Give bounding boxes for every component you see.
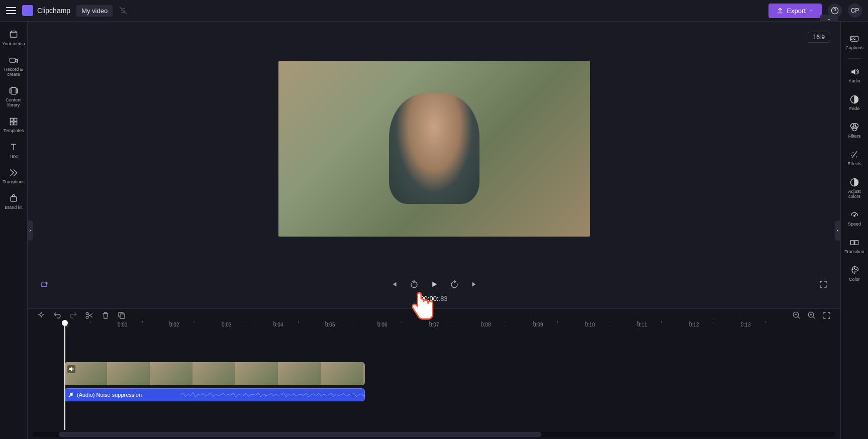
right-sidebar: ‹ Captions Audio Fade Filters Effects Ad…	[840, 22, 868, 439]
sidebar-item-label: Brand kit	[5, 205, 23, 210]
auto-compose-button[interactable]	[40, 280, 49, 289]
copy-icon	[117, 311, 126, 320]
scissors-icon	[85, 311, 94, 320]
sidebar-item-templates[interactable]: Templates	[1, 113, 26, 137]
sidebar-item-your-media[interactable]: Your media	[1, 26, 26, 50]
right-item-adjust-colors[interactable]: Adjust colors	[842, 172, 867, 204]
skip-to-end-button[interactable]	[470, 280, 479, 289]
seek-backward-button[interactable]	[410, 280, 419, 289]
aspect-ratio-selector[interactable]: 16:9	[808, 32, 830, 43]
seek-forward-icon	[450, 280, 459, 289]
preview-area: 16:9	[28, 22, 840, 276]
playhead[interactable]	[64, 322, 65, 430]
user-avatar[interactable]: CP	[848, 4, 862, 18]
sync-off-icon[interactable]	[119, 6, 128, 15]
zoom-controls	[792, 311, 831, 320]
ruler-tick: 0:01	[118, 322, 127, 327]
right-item-label: Effects	[847, 161, 861, 166]
sidebar-item-label: Text	[10, 154, 18, 159]
redo-button[interactable]	[69, 311, 78, 320]
right-sidebar-collapse-handle[interactable]: ‹	[835, 221, 841, 241]
skip-end-icon	[470, 280, 479, 289]
sidebar-item-transitions[interactable]: Transitions	[1, 164, 26, 188]
ruler-tick: 0:04	[273, 322, 283, 327]
fade-icon	[849, 94, 859, 104]
timeline-ruler[interactable]: 0 0:01 0:02 0:03 0:04 0:05 0:06 0:07	[28, 322, 840, 332]
svg-rect-6	[10, 118, 13, 121]
right-item-filters[interactable]: Filters	[842, 117, 867, 144]
color-icon	[849, 265, 859, 275]
waveform-icon	[180, 391, 365, 398]
zoom-in-button[interactable]	[807, 311, 816, 320]
app-name: Clipchamp	[37, 7, 70, 15]
timeline-tracks[interactable]: 0 0:01 0:02 0:03 0:04 0:05 0:06 0:07	[28, 322, 840, 430]
svg-rect-4	[10, 89, 12, 93]
audio-icon	[849, 67, 859, 77]
fullscreen-button[interactable]	[819, 280, 828, 289]
text-icon	[9, 142, 19, 152]
svg-rect-17	[851, 36, 858, 41]
clipchamp-logo-icon	[22, 5, 33, 16]
right-item-fade[interactable]: Fade	[842, 89, 867, 116]
zoom-out-button[interactable]	[792, 311, 801, 320]
copy-button[interactable]	[117, 311, 126, 320]
library-icon	[9, 86, 19, 96]
export-button[interactable]: Export	[768, 4, 822, 18]
right-item-transition[interactable]: Transition	[842, 233, 867, 259]
svg-point-26	[852, 269, 853, 270]
right-item-label: Filters	[848, 134, 861, 139]
right-item-effects[interactable]: Effects	[842, 145, 867, 171]
play-button[interactable]	[430, 280, 439, 289]
video-clip[interactable]	[64, 362, 365, 385]
captions-icon	[849, 34, 859, 44]
svg-rect-25	[855, 241, 858, 245]
video-title-input[interactable]: My video	[76, 5, 113, 17]
timeline-scrollbar[interactable]	[33, 432, 835, 437]
svg-rect-7	[14, 118, 17, 121]
sidebar-item-label: Transitions	[3, 179, 25, 184]
timeline-panel: 0 0:01 0:02 0:03 0:04 0:05 0:06 0:07	[28, 308, 840, 439]
video-preview-canvas[interactable]	[278, 61, 590, 237]
auto-enhance-button[interactable]	[37, 311, 46, 320]
right-item-captions[interactable]: Captions	[842, 29, 867, 55]
sidebar-item-brand-kit[interactable]: Brand kit	[1, 189, 26, 214]
sidebar-item-content-library[interactable]: Content library	[1, 82, 26, 112]
app-logo[interactable]: Clipchamp	[22, 5, 70, 16]
play-icon	[430, 280, 439, 289]
sidebar-item-label: Templates	[3, 128, 24, 133]
sidebar-item-text[interactable]: Text	[1, 138, 26, 163]
right-item-color[interactable]: Color	[842, 260, 867, 287]
right-item-label: Transition	[844, 249, 864, 254]
ruler-tick: 0:02	[169, 322, 179, 327]
zoom-fit-icon	[822, 311, 831, 320]
ruler-tick: 0:09	[533, 322, 543, 327]
right-item-speed[interactable]: Speed	[842, 205, 867, 232]
zoom-fit-button[interactable]	[822, 311, 831, 320]
right-item-audio[interactable]: Audio	[842, 62, 867, 88]
skip-to-start-button[interactable]	[390, 280, 399, 289]
seek-forward-button[interactable]	[450, 280, 459, 289]
undo-button[interactable]	[53, 311, 62, 320]
left-sidebar: Your media Record & create Content libra…	[0, 22, 28, 439]
right-item-label: Captions	[845, 45, 863, 50]
timeline-scrollbar-thumb[interactable]	[59, 432, 541, 437]
speed-icon	[849, 210, 859, 220]
ruler-tick: 0:13	[741, 322, 750, 327]
svg-point-28	[856, 269, 857, 270]
menu-button[interactable]	[6, 7, 16, 14]
ruler-tick: 0:07	[429, 322, 439, 327]
svg-rect-5	[16, 89, 18, 93]
sparkle-icon	[37, 311, 46, 320]
media-icon	[9, 30, 19, 40]
ruler-tick: 0:05	[325, 322, 335, 327]
clip-mute-icon[interactable]	[67, 365, 75, 373]
svg-point-27	[854, 268, 855, 269]
audio-clip[interactable]: (Audio) Noise suppression	[64, 388, 365, 401]
music-note-icon	[68, 392, 74, 398]
fullscreen-icon	[819, 280, 828, 289]
split-button[interactable]	[85, 311, 94, 320]
sidebar-item-record-create[interactable]: Record & create	[1, 51, 26, 81]
delete-button[interactable]	[101, 311, 110, 320]
ruler-tick: 0:06	[377, 322, 387, 327]
brandkit-icon	[9, 193, 19, 203]
